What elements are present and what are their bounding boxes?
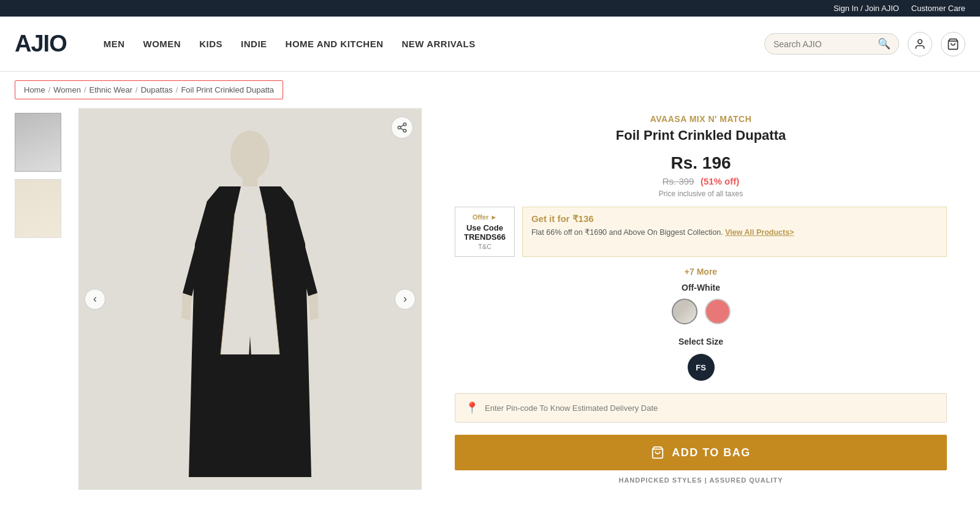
offer-get-for-label: Get it for	[531, 213, 570, 224]
signin-link[interactable]: Sign In / Join AJIO	[834, 4, 899, 13]
color-label: Off-White	[455, 283, 947, 292]
offer-row: Offer ► Use Code TRENDS66 T&C Get it for…	[455, 207, 947, 257]
breadcrumb-product[interactable]: Foil Print Crinkled Dupatta	[181, 85, 274, 94]
svg-line-18	[400, 125, 403, 127]
price-section: Rs. 196 Rs. 399 (51% off) Price inclusiv…	[455, 153, 947, 198]
product-details: AVAASA MIX N' MATCH Foil Print Crinkled …	[436, 108, 965, 490]
product-title: Foil Print Crinkled Dupatta	[455, 128, 947, 143]
offer-arrow-icon: ►	[490, 213, 497, 221]
quality-text: HANDPICKED STYLES | ASSURED QUALITY	[455, 476, 947, 484]
logo[interactable]: AJIO	[15, 31, 67, 57]
mannequin-svg	[146, 121, 354, 477]
product-layout: ‹ › AVAASA MIX N' MATCH Foil Print Crink…	[0, 108, 980, 514]
offer-detail-box: Get it for ₹136 Flat 66% off on ₹1690 an…	[522, 207, 947, 257]
nav-kids[interactable]: KIDS	[199, 39, 222, 49]
size-options: FS	[455, 354, 947, 381]
header: AJIO MEN WOMEN KIDS INDIE HOME AND KITCH…	[0, 17, 980, 72]
price-original: Rs. 399	[663, 176, 694, 186]
nav-home-kitchen[interactable]: HOME AND KITCHEN	[286, 39, 384, 49]
search-icon[interactable]: 🔍	[878, 37, 891, 50]
breadcrumb-sep-1: /	[48, 85, 51, 94]
color-options	[455, 299, 947, 324]
breadcrumb-sep-4: /	[176, 85, 178, 94]
thumbnail-2[interactable]	[15, 179, 61, 238]
thumbnail-1[interactable]	[15, 113, 61, 172]
svg-point-16	[403, 129, 406, 132]
thumbnail-2-image	[15, 180, 61, 237]
breadcrumb-ethnic-wear[interactable]: Ethnic Wear	[89, 85, 133, 94]
main-nav: MEN WOMEN KIDS INDIE HOME AND KITCHEN NE…	[104, 39, 746, 49]
product-main-image	[78, 109, 422, 489]
breadcrumb-sep-2: /	[84, 85, 86, 94]
more-colors-link[interactable]: +7 More	[455, 267, 947, 277]
top-bar: Sign In / Join AJIO Customer Care	[0, 0, 980, 17]
search-bar[interactable]: 🔍	[764, 33, 899, 55]
svg-rect-4	[243, 175, 257, 186]
bag-icon[interactable]	[941, 32, 965, 56]
price-current: Rs. 196	[455, 153, 947, 173]
svg-point-11	[247, 229, 253, 235]
brand-name: AVAASA MIX N' MATCH	[455, 114, 947, 124]
prev-image-button[interactable]: ‹	[85, 289, 105, 310]
offer-code-box: Offer ► Use Code TRENDS66 T&C	[455, 207, 515, 257]
price-discount: (51% off)	[701, 176, 739, 186]
size-fs-button[interactable]: FS	[688, 354, 715, 381]
color-swatch-off-white[interactable]	[672, 299, 697, 324]
offer-code: Use Code	[466, 223, 503, 232]
svg-point-3	[230, 131, 270, 180]
breadcrumb-home[interactable]: Home	[24, 85, 45, 94]
offer-code-value: TRENDS66	[464, 232, 506, 242]
breadcrumb: Home / Women / Ethnic Wear / Dupattas / …	[15, 80, 283, 99]
svg-point-13	[247, 266, 253, 272]
nav-women[interactable]: WOMEN	[143, 39, 181, 49]
bag-button-icon	[651, 446, 664, 459]
customer-care-link[interactable]: Customer Care	[911, 4, 965, 13]
breadcrumb-women[interactable]: Women	[53, 85, 81, 94]
offer-detail-text: Flat 66% off on ₹1690 and Above On Bigge…	[531, 228, 938, 239]
breadcrumb-wrapper: Home / Women / Ethnic Wear / Dupattas / …	[0, 72, 980, 108]
nav-men[interactable]: MEN	[104, 39, 125, 49]
size-label: Select Size	[455, 337, 947, 346]
pincode-section[interactable]: 📍 Enter Pin-code To Know Estimated Deliv…	[455, 393, 947, 422]
svg-point-0	[918, 39, 922, 44]
product-image-container: ‹ ›	[78, 108, 422, 490]
svg-point-15	[398, 126, 401, 129]
nav-indie[interactable]: INDIE	[241, 39, 267, 49]
nav-new-arrivals[interactable]: NEW ARRIVALS	[402, 39, 476, 49]
svg-point-12	[247, 247, 253, 253]
profile-icon[interactable]	[908, 32, 932, 56]
add-to-bag-label: ADD TO BAG	[672, 446, 751, 459]
add-to-bag-button[interactable]: ADD TO BAG	[455, 435, 947, 470]
thumbnail-1-image	[15, 113, 61, 171]
breadcrumb-dupattas[interactable]: Dupattas	[141, 85, 173, 94]
share-button[interactable]	[391, 117, 413, 139]
thumbnail-list	[15, 108, 64, 490]
svg-point-14	[403, 123, 406, 126]
color-swatch-pink[interactable]	[705, 299, 731, 324]
breadcrumb-sep-3: /	[135, 85, 138, 94]
price-tax: Price inclusive of all taxes	[455, 189, 947, 198]
offer-get-for-price: ₹136	[572, 213, 594, 224]
offer-tag: Offer ►	[473, 213, 497, 221]
pincode-text: Enter Pin-code To Know Estimated Deliver…	[485, 403, 658, 413]
offer-tag-label: Offer	[473, 213, 488, 221]
header-right: 🔍	[764, 32, 965, 56]
view-all-products-link[interactable]: View All Products>	[725, 228, 794, 237]
next-image-button[interactable]: ›	[395, 289, 416, 310]
offer-tc[interactable]: T&C	[478, 243, 492, 250]
location-icon: 📍	[465, 401, 479, 415]
offer-get-for: Get it for ₹136	[531, 213, 938, 224]
search-input[interactable]	[773, 39, 878, 49]
offer-detail: Flat 66% off on ₹1690 and Above On Bigge…	[531, 228, 723, 237]
svg-line-17	[400, 128, 403, 130]
